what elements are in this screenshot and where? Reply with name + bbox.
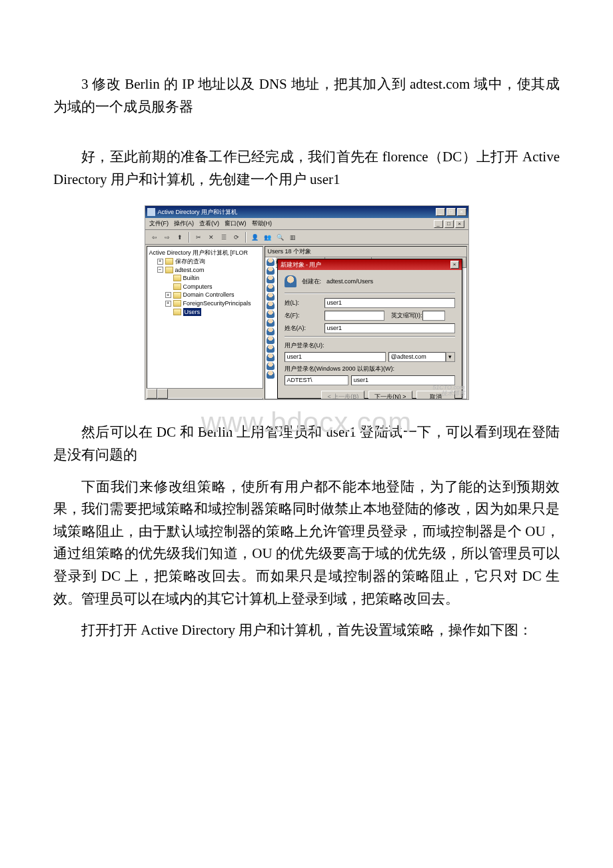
user-icon	[267, 267, 275, 275]
tree-domain-controllers[interactable]: +Domain Controllers	[149, 291, 261, 299]
given-input[interactable]	[324, 311, 384, 321]
toolbar-divider-2	[245, 232, 247, 243]
window-title: Active Directory 用户和计算机	[158, 208, 238, 217]
surname-label: 姓(L):	[285, 299, 324, 307]
logon-label: 用户登录名(U):	[285, 341, 455, 350]
prev-button: < 上一步(B)	[321, 391, 364, 399]
window-titlebar: Active Directory 用户和计算机 _ □ ×	[145, 206, 468, 218]
tree-fsp[interactable]: +ForeignSecurityPrincipals	[149, 299, 261, 308]
menu-bar: 文件(F) 操作(A) 查看(V) 窗口(W) 帮助(H) _ □ ×	[145, 218, 468, 230]
paragraph-3: 然后可以在 DC 和 Berlin 上用管理员和 user1 登陆试一下，可以看…	[53, 421, 560, 466]
tree-users[interactable]: Users	[149, 308, 261, 317]
logon-pre2k-label: 用户登录名(Windows 2000 以前版本)(W):	[285, 365, 455, 373]
divider	[285, 293, 455, 294]
menu-window[interactable]: 窗口(W)	[225, 219, 247, 228]
cut-icon[interactable]: ✂	[193, 232, 204, 243]
up-icon[interactable]: ⬆	[175, 232, 185, 243]
menu-help[interactable]: 帮助(H)	[252, 219, 273, 228]
minimize-button[interactable]: _	[436, 208, 445, 216]
divider	[285, 336, 455, 337]
paragraph-1: 3 修改 Berlin 的 IP 地址以及 DNS 地址，把其加入到 adtes…	[53, 73, 560, 118]
find-icon[interactable]: 🔍	[275, 232, 286, 243]
fullname-input[interactable]: user1	[324, 323, 455, 333]
list-pane: Users 18 个对象 名称 类型 描述	[265, 246, 467, 399]
paragraph-2: 好，至此前期的准备工作已经完成，我们首先在 florence（DC）上打开 Ac…	[53, 146, 560, 191]
user-icon	[267, 319, 275, 327]
app-icon	[147, 208, 155, 216]
user-icon	[285, 275, 297, 287]
user-icon	[267, 336, 275, 344]
surname-row: 姓(L): user1	[285, 298, 455, 308]
new-user-icon[interactable]: 👤	[250, 232, 261, 243]
user-icon	[267, 371, 275, 379]
list-count: Users 18 个对象	[265, 247, 466, 257]
figure-container: Active Directory 用户和计算机 _ □ × 文件(F) 操作(A…	[53, 200, 560, 407]
create-in-label: 创建在:	[302, 277, 322, 286]
logon-input[interactable]: user1	[285, 352, 386, 362]
horizontal-scrollbar[interactable]	[147, 388, 263, 398]
user-icon	[267, 275, 275, 283]
initials-label: 英文缩写(I):	[391, 311, 422, 320]
list-header: Users 18 个对象	[265, 247, 466, 257]
mdi-controls: _ □ ×	[434, 220, 464, 228]
screenshot-ad-window: Active Directory 用户和计算机 _ □ × 文件(F) 操作(A…	[145, 205, 469, 400]
given-label: 名(F):	[285, 311, 324, 320]
back-icon[interactable]: ⇦	[149, 232, 160, 243]
user-icon	[267, 345, 275, 353]
user-icon	[267, 258, 275, 266]
dialog-close-button[interactable]: ×	[450, 261, 459, 269]
image-watermark: 51CTO.com 技术博客	[432, 385, 464, 398]
next-button[interactable]: 下一步(N) >	[368, 391, 412, 399]
window-controls: _ □ ×	[436, 208, 466, 216]
user-icon	[267, 301, 275, 309]
mdi-restore[interactable]: □	[444, 220, 454, 228]
user-icon	[267, 310, 275, 318]
menu-file[interactable]: 文件(F)	[149, 219, 169, 228]
user-icon	[267, 353, 275, 361]
tree-builtin[interactable]: Builtin	[149, 274, 261, 283]
user-icon	[267, 284, 275, 292]
paragraph-4: 下面我们来修改组策略，使所有用户都不能本地登陆，为了能的达到预期效果，我们需要把…	[53, 476, 560, 611]
tree-root[interactable]: Active Directory 用户和计算机 [FLOR	[149, 249, 261, 257]
logon-suffix-select[interactable]: @adtest.com	[388, 352, 446, 362]
user-icons-column	[265, 257, 276, 399]
user-icon	[267, 293, 275, 301]
blank-line	[53, 127, 560, 146]
chevron-down-icon[interactable]: ▾	[446, 352, 455, 362]
given-name-row: 名(F): 英文缩写(I):	[285, 311, 455, 321]
filter-icon[interactable]: ▥	[288, 232, 299, 243]
user-icon	[267, 362, 275, 370]
tree-saved-queries[interactable]: +保存的查询	[149, 257, 261, 266]
dialog-body: 创建在: adtest.com/Users 姓(L): user1 名(F): …	[278, 270, 462, 399]
initials-input[interactable]	[422, 311, 445, 321]
fullname-label: 姓名(A):	[285, 324, 324, 333]
properties-icon[interactable]: ☰	[219, 232, 229, 243]
refresh-icon[interactable]: ⟳	[231, 232, 242, 243]
dialog-titlebar: 新建对象 - 用户 ×	[278, 259, 462, 270]
logon-pre2k-domain: ADTEST\	[285, 375, 348, 385]
logon-pre2k-row: ADTEST\ user1	[285, 375, 455, 385]
maximize-button[interactable]: □	[446, 208, 456, 216]
tree-domain[interactable]: −adtest.com	[149, 266, 261, 275]
dialog-title: 新建对象 - 用户	[281, 261, 322, 269]
client-area: Active Directory 用户和计算机 [FLOR +保存的查询 −ad…	[145, 245, 468, 401]
new-group-icon[interactable]: 👥	[263, 232, 273, 243]
toolbar-divider	[189, 232, 190, 243]
forward-icon[interactable]: ⇨	[162, 232, 173, 243]
nav-tree[interactable]: Active Directory 用户和计算机 [FLOR +保存的查询 −ad…	[147, 246, 263, 399]
tree-computers[interactable]: Computers	[149, 283, 261, 291]
fullname-row: 姓名(A): user1	[285, 323, 455, 333]
delete-icon[interactable]: ✕	[206, 232, 217, 243]
mdi-minimize[interactable]: _	[434, 220, 443, 228]
create-in-path: adtest.com/Users	[326, 278, 373, 285]
mdi-close[interactable]: ×	[455, 220, 464, 228]
new-user-dialog: 新建对象 - 用户 × 创建在: adtest.com/Users 姓(L): …	[277, 259, 462, 399]
close-button[interactable]: ×	[457, 208, 466, 216]
menu-action[interactable]: 操作(A)	[174, 219, 194, 228]
surname-input[interactable]: user1	[324, 298, 455, 308]
create-in-row: 创建在: adtest.com/Users	[285, 274, 455, 291]
toolbar: ⇦ ⇨ ⬆ ✂ ✕ ☰ ⟳ 👤 👥 🔍 ▥	[145, 230, 468, 245]
logon-row: user1 @adtest.com ▾	[285, 352, 455, 362]
menu-view[interactable]: 查看(V)	[199, 219, 219, 228]
user-icon	[267, 327, 275, 335]
